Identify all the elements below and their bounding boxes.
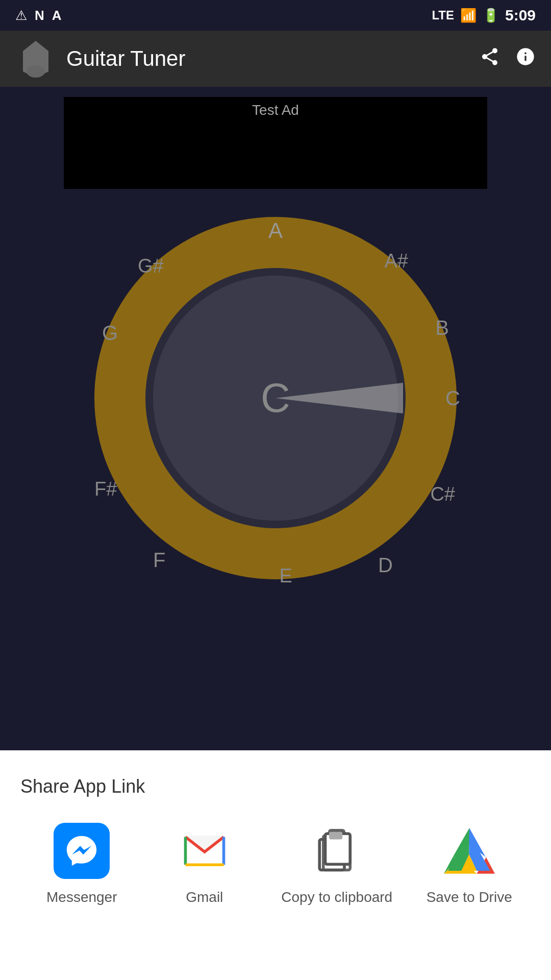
clipboard-icon: [309, 823, 365, 879]
info-button[interactable]: [515, 46, 536, 71]
share-option-drive[interactable]: Save to Drive: [423, 823, 515, 905]
drive-label: Save to Drive: [427, 889, 512, 905]
note-A: A: [268, 218, 283, 243]
note-Gsharp: G#: [138, 255, 164, 277]
svg-point-0: [27, 65, 45, 78]
lte-label: LTE: [432, 8, 454, 22]
status-icons-right: LTE 📶 🔋 5:09: [432, 7, 536, 24]
messenger-icon: [54, 823, 110, 879]
drive-icon: [441, 823, 497, 879]
note-G: G: [102, 322, 118, 345]
share-options-list: Messenger: [20, 823, 531, 905]
share-option-gmail[interactable]: Gmail: [159, 823, 251, 905]
signal-icon: 📶: [460, 8, 477, 23]
warning-icon: ⚠: [15, 8, 27, 23]
note-Fsharp: F#: [94, 478, 117, 500]
clipboard-label: Copy to clipboard: [281, 889, 392, 905]
share-button[interactable]: [480, 46, 500, 71]
share-option-messenger[interactable]: Messenger: [36, 823, 128, 905]
accessibility-icon: A: [52, 8, 62, 23]
messenger-label: Messenger: [46, 889, 117, 905]
tuner-area: A A# B C C# D E F F# G G# C: [0, 199, 551, 597]
note-Asharp: A#: [385, 250, 408, 272]
note-B: B: [435, 316, 449, 339]
gmail-label: Gmail: [186, 889, 223, 905]
share-option-clipboard[interactable]: Copy to clipboard: [281, 823, 392, 905]
notification-icon: N: [35, 8, 44, 23]
app-icon: [15, 38, 56, 79]
toolbar-actions: [480, 46, 536, 71]
ad-label: Test Ad: [252, 102, 299, 118]
note-F-bottom: F: [153, 549, 165, 572]
app-title: Guitar Tuner: [66, 46, 185, 71]
share-panel: Share App Link Messenger: [0, 750, 551, 980]
status-icons-left: ⚠ N A: [15, 8, 62, 23]
note-D: D: [378, 554, 393, 577]
gmail-icon: [177, 823, 233, 879]
status-bar: ⚠ N A LTE 📶 🔋 5:09: [0, 0, 551, 31]
svg-marker-5: [276, 383, 403, 413]
app-title-area: Guitar Tuner: [15, 38, 185, 79]
share-title: Share App Link: [20, 776, 531, 797]
note-C-right: C: [445, 387, 460, 410]
battery-icon: 🔋: [483, 8, 499, 23]
clock: 5:09: [505, 7, 536, 24]
svg-rect-13: [329, 832, 342, 840]
note-Csharp: C#: [430, 483, 455, 505]
app-toolbar: Guitar Tuner: [0, 31, 551, 87]
note-E-bottom: E: [280, 565, 292, 587]
ad-banner: Test Ad: [64, 97, 487, 189]
